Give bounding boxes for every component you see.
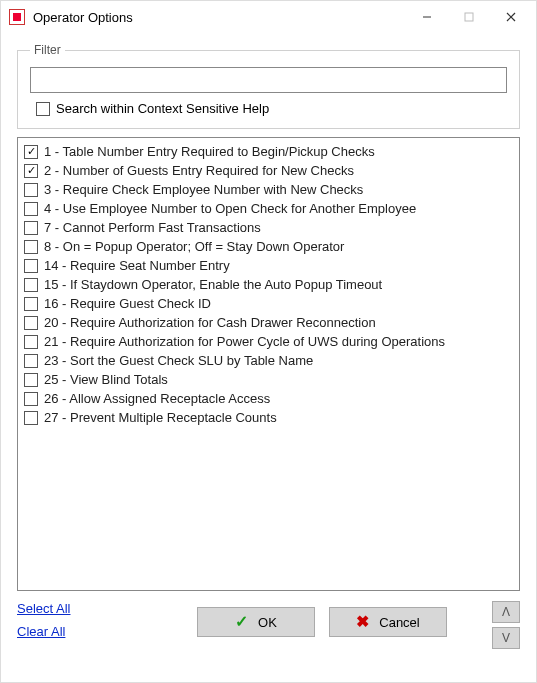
option-checkbox[interactable] [24,411,38,425]
cancel-button[interactable]: ✖ Cancel [329,607,447,637]
option-row[interactable]: 7 - Cannot Perform Fast Transactions [22,218,515,237]
option-row[interactable]: 16 - Require Guest Check ID [22,294,515,313]
reorder-arrows: Λ V [492,599,520,649]
cancel-label: Cancel [379,615,419,630]
option-label: 3 - Require Check Employee Number with N… [44,181,363,198]
close-button[interactable] [490,3,532,31]
move-down-button[interactable]: V [492,627,520,649]
option-checkbox[interactable] [24,373,38,387]
window-title: Operator Options [33,10,406,25]
option-label: 26 - Allow Assigned Receptacle Access [44,390,270,407]
clear-all-link[interactable]: Clear All [17,624,65,639]
option-row[interactable]: 1 - Table Number Entry Required to Begin… [22,142,515,161]
option-checkbox[interactable] [24,278,38,292]
select-all-link[interactable]: Select All [17,601,70,616]
options-list[interactable]: 1 - Table Number Entry Required to Begin… [17,137,520,591]
option-row[interactable]: 15 - If Staydown Operator, Enable the Au… [22,275,515,294]
minimize-button[interactable] [406,3,448,31]
option-label: 15 - If Staydown Operator, Enable the Au… [44,276,382,293]
filter-group: Filter Search within Context Sensitive H… [17,43,520,129]
app-icon [9,9,25,25]
option-label: 4 - Use Employee Number to Open Check fo… [44,200,416,217]
option-label: 7 - Cannot Perform Fast Transactions [44,219,261,236]
ok-button[interactable]: ✓ OK [197,607,315,637]
option-label: 27 - Prevent Multiple Receptacle Counts [44,409,277,426]
option-row[interactable]: 4 - Use Employee Number to Open Check fo… [22,199,515,218]
links-column: Select All Clear All [17,599,127,639]
window-controls [406,3,532,31]
filter-legend: Filter [30,43,65,57]
option-checkbox[interactable] [24,164,38,178]
maximize-button[interactable] [448,3,490,31]
close-icon [505,11,517,23]
svg-rect-1 [465,13,473,21]
option-row[interactable]: 2 - Number of Guests Entry Required for … [22,161,515,180]
option-row[interactable]: 3 - Require Check Employee Number with N… [22,180,515,199]
option-checkbox[interactable] [24,297,38,311]
option-label: 25 - View Blind Totals [44,371,168,388]
option-row[interactable]: 25 - View Blind Totals [22,370,515,389]
option-label: 20 - Require Authorization for Cash Draw… [44,314,376,331]
option-label: 23 - Sort the Guest Check SLU by Table N… [44,352,313,369]
filter-input[interactable] [30,67,507,93]
search-within-checkbox[interactable] [36,102,50,116]
down-arrow-icon: V [502,631,510,645]
option-row[interactable]: 8 - On = Popup Operator; Off = Stay Down… [22,237,515,256]
move-up-button[interactable]: Λ [492,601,520,623]
option-checkbox[interactable] [24,335,38,349]
option-row[interactable]: 20 - Require Authorization for Cash Draw… [22,313,515,332]
titlebar: Operator Options [1,1,536,33]
option-checkbox[interactable] [24,240,38,254]
option-checkbox[interactable] [24,316,38,330]
option-row[interactable]: 27 - Prevent Multiple Receptacle Counts [22,408,515,427]
option-row[interactable]: 23 - Sort the Guest Check SLU by Table N… [22,351,515,370]
option-label: 2 - Number of Guests Entry Required for … [44,162,354,179]
option-checkbox[interactable] [24,145,38,159]
maximize-icon [463,11,475,23]
option-checkbox[interactable] [24,259,38,273]
option-checkbox[interactable] [24,183,38,197]
footer: Select All Clear All ✓ OK ✖ Cancel Λ V [17,599,520,649]
option-row[interactable]: 21 - Require Authorization for Power Cyc… [22,332,515,351]
filter-search-within-row[interactable]: Search within Context Sensitive Help [30,101,507,116]
buttons-row: ✓ OK ✖ Cancel [137,599,482,637]
option-checkbox[interactable] [24,202,38,216]
option-checkbox[interactable] [24,221,38,235]
up-arrow-icon: Λ [502,605,510,619]
option-label: 21 - Require Authorization for Power Cyc… [44,333,445,350]
ok-label: OK [258,615,277,630]
operator-options-window: Operator Options Filter Search within Co… [0,0,537,683]
option-label: 8 - On = Popup Operator; Off = Stay Down… [44,238,344,255]
option-row[interactable]: 14 - Require Seat Number Entry [22,256,515,275]
search-within-label: Search within Context Sensitive Help [56,101,269,116]
option-checkbox[interactable] [24,354,38,368]
option-label: 14 - Require Seat Number Entry [44,257,230,274]
option-row[interactable]: 26 - Allow Assigned Receptacle Access [22,389,515,408]
option-label: 16 - Require Guest Check ID [44,295,211,312]
option-label: 1 - Table Number Entry Required to Begin… [44,143,375,160]
minimize-icon [421,11,433,23]
content-area: Filter Search within Context Sensitive H… [1,33,536,659]
checkmark-icon: ✓ [235,614,248,630]
cross-icon: ✖ [356,614,369,630]
option-checkbox[interactable] [24,392,38,406]
